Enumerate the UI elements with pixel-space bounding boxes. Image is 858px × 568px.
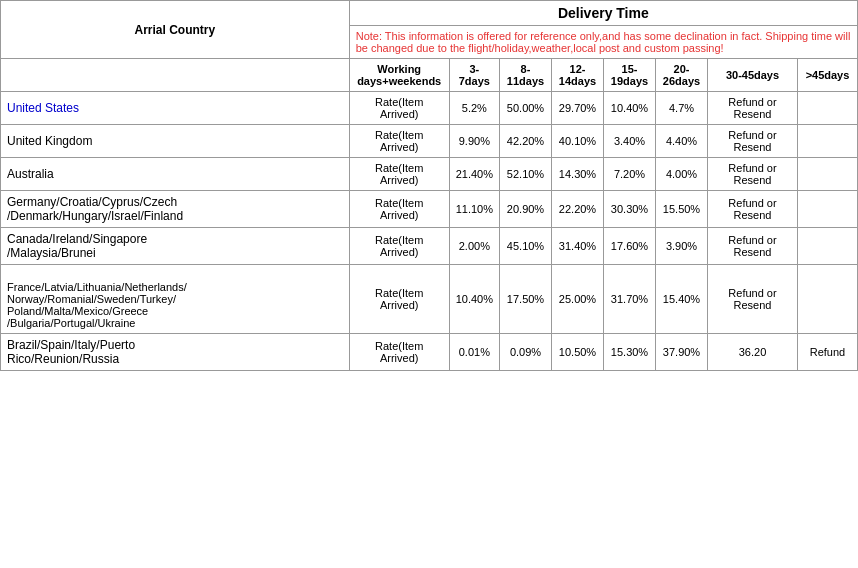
rate-uk: Rate(Item Arrived): [349, 125, 449, 158]
pct-us-c2: 50.00%: [500, 92, 552, 125]
pct-us-c1: 5.2%: [449, 92, 499, 125]
col-8-11: 8-11days: [500, 59, 552, 92]
col-12-14: 12-14days: [552, 59, 604, 92]
col-arrival-country: [1, 59, 350, 92]
country-br-group: Brazil/Spain/Italy/Puerto Rico/Reunion/R…: [1, 334, 350, 371]
last-us: [798, 92, 858, 125]
delivery-time-header: Delivery Time: [349, 1, 857, 26]
col-15-19: 15-19days: [604, 59, 656, 92]
note-text: Note: This information is offered for re…: [356, 30, 851, 54]
country-fr-group: France/Latvia/Lithuania/Netherlands/Norw…: [1, 265, 350, 334]
refund-us: Refund or Resend: [708, 92, 798, 125]
country-us: United States: [1, 92, 350, 125]
country-uk: United Kingdom: [1, 125, 350, 158]
country-de-group: Germany/Croatia/Cyprus/Czech /Denmark/Hu…: [1, 191, 350, 228]
table-row: France/Latvia/Lithuania/Netherlands/Norw…: [1, 265, 858, 334]
col-3-7: 3-7days: [449, 59, 499, 92]
country-ca-group: Canada/Ireland/Singapore /Malaysia/Brune…: [1, 228, 350, 265]
col-20-26: 20-26days: [656, 59, 708, 92]
table-row: United Kingdom Rate(Item Arrived) 9.90% …: [1, 125, 858, 158]
rate-us: Rate(Item Arrived): [349, 92, 449, 125]
table-row: Brazil/Spain/Italy/Puerto Rico/Reunion/R…: [1, 334, 858, 371]
note-cell: Note: This information is offered for re…: [349, 26, 857, 59]
pct-us-c4: 10.40%: [604, 92, 656, 125]
arrival-label-text: Arrial Country: [135, 23, 216, 37]
col-gt45: >45days: [798, 59, 858, 92]
delivery-table: Arrial Country Delivery Time Note: This …: [0, 0, 858, 371]
country-au: Australia: [1, 158, 350, 191]
table-row: Canada/Ireland/Singapore /Malaysia/Brune…: [1, 228, 858, 265]
us-link[interactable]: United States: [7, 101, 79, 115]
table-row: Australia Rate(Item Arrived) 21.40% 52.1…: [1, 158, 858, 191]
pct-us-c3: 29.70%: [552, 92, 604, 125]
arrival-country-label: Arrial Country: [1, 1, 350, 59]
col-30-45: 30-45days: [708, 59, 798, 92]
table-row: Germany/Croatia/Cyprus/Czech /Denmark/Hu…: [1, 191, 858, 228]
col-working-days: Working days+weekends: [349, 59, 449, 92]
pct-us-c5: 4.7%: [656, 92, 708, 125]
table-row: United States Rate(Item Arrived) 5.2% 50…: [1, 92, 858, 125]
